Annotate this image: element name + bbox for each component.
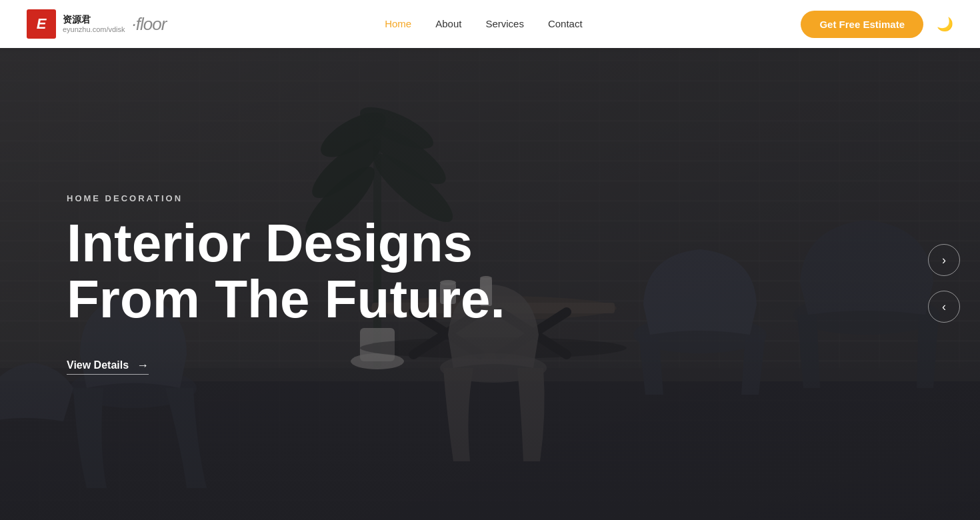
brand-logo-link[interactable]: E 资源君 eyunzhu.com/vdisk ·floor — [27, 9, 166, 39]
nav-item-about[interactable]: About — [435, 18, 461, 30]
view-details-label: View Details — [67, 359, 129, 371]
nav-links: Home About Services Contact — [385, 18, 582, 30]
nav-right: Get Free Estimate 🌙 — [801, 11, 953, 38]
hero-section: HOME DECORATION Interior Designs From Th… — [0, 48, 980, 520]
hero-content: HOME DECORATION Interior Designs From Th… — [0, 48, 980, 520]
view-details-button[interactable]: View Details → — [67, 359, 149, 375]
carousel-prev-button[interactable]: ‹ — [928, 291, 960, 323]
brand-logo-box: E — [27, 9, 56, 39]
get-free-estimate-button[interactable]: Get Free Estimate — [801, 11, 923, 38]
brand-logo-letter: E — [37, 15, 47, 33]
carousel-next-button[interactable]: › — [928, 244, 960, 276]
brand-name-prefix: ·floor — [132, 14, 167, 34]
chevron-left-icon: ‹ — [942, 300, 946, 314]
brand-text-block: 资源君 eyunzhu.com/vdisk — [63, 14, 125, 34]
nav-item-home[interactable]: Home — [385, 18, 411, 30]
brand-url: eyunzhu.com/vdisk — [63, 25, 125, 34]
nav-link-contact[interactable]: Contact — [548, 18, 583, 29]
dark-mode-toggle[interactable]: 🌙 — [937, 16, 953, 32]
nav-link-about[interactable]: About — [435, 18, 461, 29]
hero-title-line1: Interior Designs — [67, 213, 473, 273]
brand-name: ·floor — [132, 14, 167, 35]
chevron-right-icon: › — [942, 253, 946, 267]
cta-arrow-icon: → — [137, 359, 149, 371]
hero-eyebrow: HOME DECORATION — [67, 193, 913, 203]
moon-icon: 🌙 — [937, 16, 953, 32]
navbar: E 资源君 eyunzhu.com/vdisk ·floor Home Abou… — [0, 0, 980, 48]
nav-item-contact[interactable]: Contact — [548, 18, 583, 30]
hero-title: Interior Designs From The Future. — [67, 215, 520, 327]
hero-title-line2: From The Future. — [67, 269, 505, 329]
nav-link-services[interactable]: Services — [485, 18, 524, 29]
nav-link-home[interactable]: Home — [385, 18, 411, 29]
brand-cn-name: 资源君 — [63, 14, 125, 25]
nav-item-services[interactable]: Services — [485, 18, 524, 30]
